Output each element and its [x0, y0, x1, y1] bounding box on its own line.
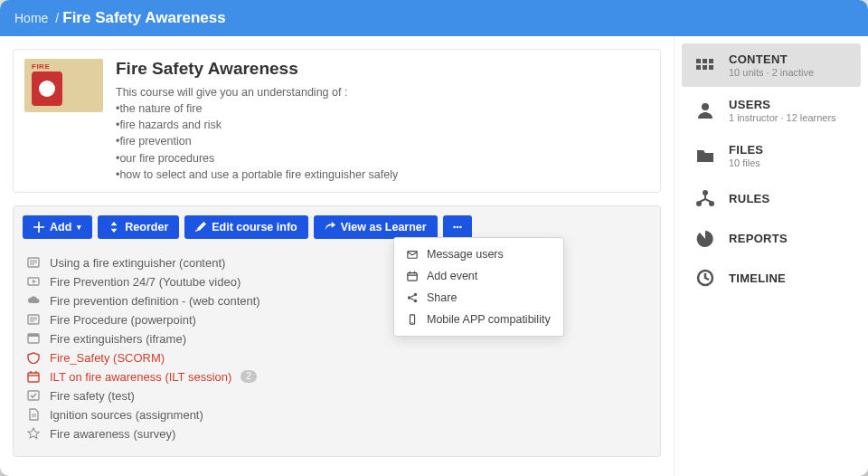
edit-course-info-button[interactable]: Edit course info	[184, 215, 307, 239]
unit-type-icon	[26, 370, 41, 383]
unit-type-icon	[26, 389, 41, 402]
unit-label: Fire awareness (survey)	[50, 427, 175, 441]
unit-type-icon	[26, 275, 41, 288]
share-arrow-icon	[325, 222, 335, 233]
course-bullet: •how to select and use a portable fire e…	[116, 167, 398, 183]
pencil-icon	[195, 222, 206, 233]
course-info: Fire Safety Awareness This course will g…	[116, 59, 398, 183]
unit-item[interactable]: Ignition sources (assignment)	[26, 405, 651, 424]
course-title: Fire Safety Awareness	[116, 59, 398, 79]
course-thumbnail: FIRE	[24, 59, 103, 112]
course-description: This course will give you an understandi…	[116, 84, 398, 183]
view-as-learner-button[interactable]: View as Learner	[314, 215, 438, 239]
users-icon	[693, 100, 718, 120]
fire-alarm-icon	[32, 71, 62, 106]
breadcrumb-current: Fire Safety Awareness	[62, 9, 225, 27]
files-icon	[693, 146, 718, 166]
sidebar-item-content[interactable]: CONTENT10 units · 2 inactive	[682, 43, 861, 87]
course-bullet: •our fire procedures	[116, 150, 398, 167]
unit-label: Using a fire extinguisher (content)	[50, 256, 225, 270]
phone-icon	[407, 314, 418, 325]
more-actions-menu: Message users Add event Share Mobile APP…	[393, 237, 564, 337]
dots-icon	[452, 222, 463, 233]
unit-item[interactable]: Fire safety (test)	[26, 386, 651, 405]
add-button[interactable]: Add▾	[23, 215, 92, 239]
unit-label: Fire Prevention 24/7 (Youtube video)	[50, 275, 241, 289]
reorder-icon	[108, 222, 119, 233]
sidebar-title: USERS	[729, 98, 836, 111]
rules-icon	[693, 188, 718, 208]
sidebar-title: REPORTS	[729, 232, 788, 245]
menu-mobile-compat[interactable]: Mobile APP compatibility	[394, 309, 563, 330]
unit-label: Fire_Safety (SCORM)	[50, 351, 165, 365]
main-column: FIRE Fire Safety Awareness This course w…	[0, 36, 674, 476]
menu-message-users[interactable]: Message users	[394, 243, 563, 265]
sidebar-subtitle: 1 instructor · 12 learners	[729, 112, 836, 123]
content-panel: Add▾ Reorder Edit course info View as Le…	[13, 205, 661, 457]
calendar-icon	[407, 271, 418, 281]
toolbar: Add▾ Reorder Edit course info View as Le…	[23, 215, 651, 239]
unit-type-icon	[26, 351, 41, 364]
breadcrumb-separator: /	[55, 11, 59, 25]
mail-icon	[407, 249, 418, 260]
reports-icon	[693, 228, 718, 248]
unit-label: Fire safety (test)	[50, 389, 135, 403]
sidebar-item-files[interactable]: FILES10 files	[682, 134, 861, 177]
right-sidebar: CONTENT10 units · 2 inactiveUSERS1 instr…	[674, 36, 868, 476]
sidebar-subtitle: 10 units · 2 inactive	[729, 67, 814, 78]
menu-add-event[interactable]: Add event	[394, 265, 563, 287]
unit-item[interactable]: Fire_Safety (SCORM)	[26, 348, 651, 367]
sidebar-item-reports[interactable]: REPORTS	[682, 219, 861, 257]
sidebar-subtitle: 10 files	[729, 157, 763, 168]
breadcrumb: Home / Fire Safety Awareness	[0, 0, 868, 36]
sidebar-title: CONTENT	[729, 52, 814, 66]
unit-type-icon	[26, 332, 41, 345]
unit-type-icon	[26, 256, 41, 269]
thumbnail-label: FIRE	[32, 62, 50, 71]
content-icon	[693, 55, 718, 75]
sidebar-item-timeline[interactable]: TIMELINE	[682, 259, 861, 297]
unit-type-icon	[26, 408, 41, 421]
share-icon	[407, 292, 418, 303]
course-bullet: •fire hazards and risk	[116, 117, 398, 133]
reorder-button[interactable]: Reorder	[98, 215, 179, 239]
course-bullet: •fire prevention	[116, 133, 398, 149]
course-bullet: •the nature of fire	[116, 100, 398, 117]
unit-type-icon	[26, 294, 41, 307]
sidebar-title: TIMELINE	[729, 271, 786, 285]
unit-label: ILT on fire awareness (ILT session)	[50, 370, 231, 384]
unit-type-icon	[26, 427, 41, 440]
menu-share[interactable]: Share	[394, 287, 563, 309]
unit-label: Ignition sources (assignment)	[50, 408, 203, 422]
sidebar-item-rules[interactable]: RULES	[682, 179, 861, 217]
unit-item[interactable]: Fire awareness (survey)	[26, 424, 651, 443]
unit-label: Fire Procedure (powerpoint)	[50, 313, 196, 327]
sidebar-title: FILES	[729, 143, 763, 157]
course-header: FIRE Fire Safety Awareness This course w…	[13, 49, 661, 193]
plus-icon	[33, 222, 44, 233]
unit-item[interactable]: ILT on fire awareness (ILT session)2	[26, 367, 651, 386]
unit-type-icon	[26, 313, 41, 326]
app-window: Home / Fire Safety Awareness FIRE Fire S…	[0, 0, 868, 476]
timeline-icon	[693, 268, 718, 288]
unit-label: Fire extinguishers (iframe)	[50, 332, 186, 346]
unit-badge: 2	[241, 370, 257, 383]
sidebar-title: RULES	[729, 192, 770, 205]
sidebar-item-users[interactable]: USERS1 instructor · 12 learners	[682, 89, 861, 132]
more-actions-button[interactable]	[443, 215, 472, 239]
unit-label: Fire prevention definition - (web conten…	[50, 294, 260, 308]
breadcrumb-home[interactable]: Home	[14, 11, 48, 25]
